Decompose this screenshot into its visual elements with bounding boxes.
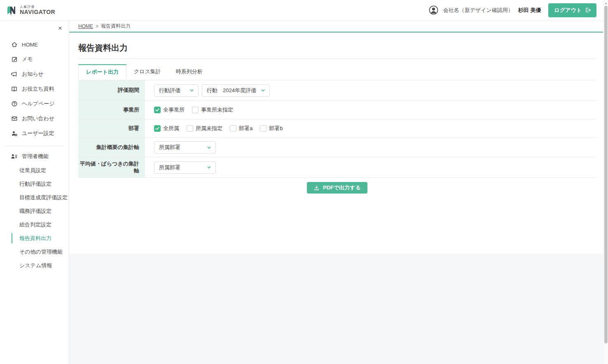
admin-users-icon	[11, 153, 18, 160]
sidebar-item-home[interactable]: HOME	[0, 37, 69, 52]
mail-icon	[11, 115, 18, 122]
breadcrumb-separator: >	[96, 23, 98, 29]
tab-bar: レポート出力クロス集計時系列分析	[78, 64, 596, 79]
sidebar-item-book[interactable]: お役立ち資料	[0, 82, 69, 96]
form-row-content: 行動評価行動 2024年度評価	[145, 80, 596, 100]
tab-label: 時系列分析	[176, 68, 203, 75]
sidebar-nav: HOMEメモお知らせお役立ち資料ヘルプページお問い合わせユーザー設定	[0, 37, 69, 141]
megaphone-icon	[11, 71, 18, 78]
checkbox-label: 事業所未指定	[201, 106, 233, 114]
sidebar-subitem[interactable]: 従業員設定	[0, 163, 69, 177]
checkbox-label: 部署b	[269, 125, 283, 132]
select-所属部署[interactable]: 所属部署	[154, 141, 216, 154]
sidebar-item-label: ヘルプページ	[22, 100, 55, 107]
form-row: 平均値・ばらつきの集計軸所属部署	[78, 157, 596, 177]
form-row: 評価期間行動評価行動 2024年度評価	[78, 80, 596, 100]
sidebar-subitem-label: 目標達成度評価設定	[19, 194, 68, 201]
breadcrumb-current: 報告資料出力	[101, 23, 131, 30]
sidebar-subitem[interactable]: その他の管理機能	[0, 245, 69, 259]
scrollbar-thumb[interactable]	[604, 6, 608, 343]
sidebar-subitem-label: 従業員設定	[19, 167, 46, 174]
export-pdf-button[interactable]: PDFで出力する	[307, 182, 367, 194]
sidebar-subitem-label: 報告資料出力	[19, 235, 51, 242]
home-icon	[11, 41, 18, 48]
sidebar-item-megaphone[interactable]: お知らせ	[0, 67, 69, 82]
sidebar-item-label: お問い合わせ	[22, 115, 54, 122]
sidebar-subitem-label: 総合判定設定	[19, 221, 51, 229]
sidebar-item-help[interactable]: ヘルプページ	[0, 96, 69, 111]
user-gear-icon	[11, 130, 18, 137]
sidebar-subitem[interactable]: システム情報	[0, 259, 69, 272]
sidebar-item-admin-functions[interactable]: 管理者機能	[0, 149, 69, 163]
checkbox-box	[154, 125, 161, 132]
logo-n-icon	[6, 5, 17, 16]
select-value: 行動評価	[159, 87, 180, 94]
sidebar-item-label: ユーザー設定	[22, 130, 54, 137]
checkbox-全事業所[interactable]: 全事業所	[154, 106, 185, 114]
checkbox-部署a[interactable]: 部署a	[230, 125, 253, 132]
checkbox-label: 所属未指定	[196, 125, 222, 132]
main-area: HOME > 報告資料出力 報告資料出力 レポート出力クロス集計時系列分析 評価…	[69, 21, 608, 364]
sidebar-item-memo[interactable]: メモ	[0, 52, 69, 67]
chevron-down-icon	[206, 165, 212, 170]
select-行動 2024年度評価[interactable]: 行動 2024年度評価	[202, 84, 270, 97]
content-panel: 報告資料出力 レポート出力クロス集計時系列分析 評価期間行動評価行動 2024年…	[69, 33, 608, 254]
select-value: 所属部署	[159, 164, 180, 171]
tab-クロス集計[interactable]: クロス集計	[126, 64, 168, 79]
logo-en-label: NAVIGATOR	[20, 9, 55, 15]
checkbox-box	[187, 125, 193, 132]
checkbox-全所属[interactable]: 全所属	[154, 125, 179, 132]
checkbox-部署b[interactable]: 部署b	[260, 125, 283, 132]
tab-時系列分析[interactable]: 時系列分析	[168, 64, 210, 79]
chevron-down-icon	[206, 145, 212, 150]
breadcrumb: HOME > 報告資料出力	[69, 21, 608, 33]
sidebar-subitem[interactable]: 総合判定設定	[0, 218, 69, 231]
sidebar-subitem-label: システム情報	[19, 262, 52, 269]
form-row-content: 全所属所属未指定部署a部署b	[145, 119, 596, 138]
sidebar-admin-nav: 従業員設定行動評価設定目標達成度評価設定職務評価設定総合判定設定報告資料出力その…	[0, 163, 69, 272]
user-avatar-icon	[429, 5, 438, 15]
app-logo[interactable]: 人事評価 NAVIGATOR	[6, 5, 55, 16]
book-icon	[11, 86, 18, 93]
select-所属部署[interactable]: 所属部署	[154, 161, 216, 174]
form-row-label: 部署	[78, 119, 145, 138]
select-value: 所属部署	[159, 144, 180, 151]
sidebar: × HOMEメモお知らせお役立ち資料ヘルプページお問い合わせユーザー設定 管理者…	[0, 21, 69, 364]
tab-レポート出力[interactable]: レポート出力	[78, 64, 126, 79]
sidebar-item-user-gear[interactable]: ユーザー設定	[0, 126, 69, 141]
sidebar-subitem-label: その他の管理機能	[19, 248, 63, 256]
app-header: 人事評価 NAVIGATOR 会社名（新デザイン確認用） 杉田 美優 ログアウト	[0, 0, 608, 21]
sidebar-item-label: お知らせ	[22, 70, 44, 78]
sidebar-item-label: メモ	[22, 56, 33, 63]
help-icon	[11, 100, 18, 107]
sidebar-close-button[interactable]: ×	[55, 23, 65, 34]
checkbox-所属未指定[interactable]: 所属未指定	[187, 125, 222, 132]
form-row-content: 全事業所事業所未指定	[145, 101, 596, 119]
sidebar-subitem[interactable]: 行動評価設定	[0, 177, 69, 191]
checkbox-box	[260, 125, 267, 132]
scrollbar-up-arrow[interactable]: ▲	[603, 1, 608, 5]
form-row-label: 平均値・ばらつきの集計軸	[78, 157, 145, 177]
logout-button-label: ログアウト	[554, 7, 582, 14]
breadcrumb-home-link[interactable]: HOME	[78, 23, 93, 29]
sidebar-subitem[interactable]: 職務評価設定	[0, 204, 69, 218]
memo-icon	[11, 56, 18, 63]
checkbox-box	[154, 107, 161, 113]
form-row-label: 事業所	[78, 101, 145, 119]
vertical-scrollbar[interactable]: ▲	[603, 0, 608, 364]
form-row-content: 所属部署	[145, 138, 596, 157]
download-icon	[313, 185, 320, 191]
sidebar-item-mail[interactable]: お問い合わせ	[0, 111, 69, 126]
checkbox-事業所未指定[interactable]: 事業所未指定	[192, 106, 233, 114]
form-row: 集計概要の集計軸所属部署	[78, 138, 596, 157]
select-行動評価[interactable]: 行動評価	[154, 84, 199, 97]
sidebar-subitem[interactable]: 目標達成度評価設定	[0, 191, 69, 204]
company-name: 会社名（新デザイン確認用）	[443, 7, 513, 14]
sidebar-subitem[interactable]: 報告資料出力	[0, 231, 69, 245]
form-row-label: 集計概要の集計軸	[78, 138, 145, 157]
sidebar-divider	[6, 146, 63, 146]
user-name: 杉田 美優	[518, 7, 541, 14]
checkbox-group: 全所属所属未指定部署a部署b	[154, 125, 283, 132]
checkbox-box	[230, 125, 236, 132]
logout-button[interactable]: ログアウト	[548, 3, 596, 17]
